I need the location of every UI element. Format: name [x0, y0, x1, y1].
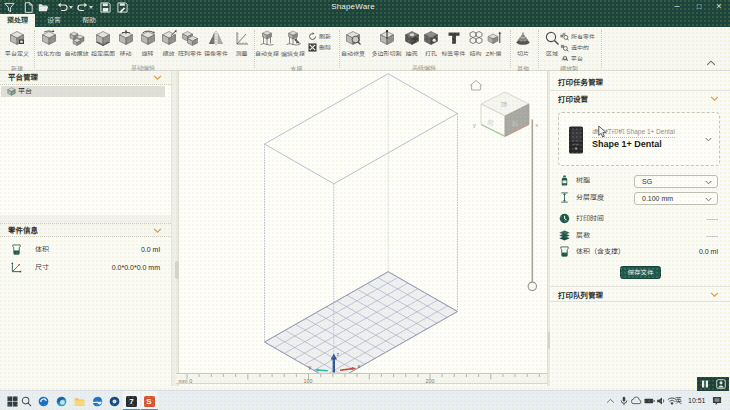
tb-app4-icon[interactable] — [92, 396, 103, 407]
move-icon — [118, 30, 134, 46]
print-settings-title: 打印设置 — [558, 93, 588, 104]
resin-value: SG — [642, 176, 652, 188]
tab-settings[interactable]: 设置 — [40, 14, 68, 27]
ruler-unit-label: mm — [179, 377, 188, 384]
ime-language-indicator[interactable]: 英 — [675, 391, 682, 410]
ribbon-small-button[interactable]: 刷新 — [308, 31, 331, 41]
save-icon[interactable] — [100, 2, 111, 13]
printer-selector[interactable]: 虚拟打印机 Shape 1+ Dental Shape 1+ Dental — [558, 112, 720, 166]
open-folder-icon[interactable] — [38, 2, 49, 13]
redo-dropdown-caret[interactable] — [89, 6, 93, 9]
ribbon-button[interactable]: 镜像零件 — [201, 30, 231, 62]
layer-count-icon — [559, 230, 570, 241]
rotate-icon — [140, 30, 156, 46]
resin-bottle-icon — [559, 175, 570, 186]
hollow-icon — [404, 30, 420, 46]
ribbon-group-separator — [510, 30, 511, 68]
z-compensation-icon — [486, 30, 502, 46]
view-cube[interactable]: 顶 前 右 y x — [473, 92, 539, 137]
left-divider-handle[interactable] — [175, 261, 179, 279]
polygon-cut-icon — [379, 30, 395, 46]
undo-icon[interactable] — [57, 2, 68, 13]
user-button[interactable] — [716, 379, 726, 389]
resin-dropdown[interactable]: SG — [634, 175, 718, 188]
chevron-down-icon[interactable] — [153, 75, 162, 81]
undo-dropdown-caret[interactable] — [69, 6, 73, 9]
viewport-3d[interactable]: z y x 顶 前 右 y x — [179, 71, 547, 373]
funnel-icon[interactable] — [4, 2, 15, 13]
ribbon-button[interactable]: 优化方向 — [34, 30, 64, 62]
save-file-button[interactable]: 保存文件 — [620, 266, 661, 279]
left-divider[interactable] — [176, 71, 179, 386]
battery-icon[interactable] — [644, 397, 655, 405]
print-queue-title: 打印队列管理 — [558, 289, 603, 300]
speaker-icon[interactable] — [656, 396, 666, 406]
layer-thickness-dropdown[interactable]: 0.100 mm — [634, 192, 718, 205]
ribbon-button[interactable]: 编辑支撑 — [278, 30, 308, 62]
part-info-header[interactable]: 零件信息 — [0, 224, 171, 238]
redo-icon[interactable] — [77, 2, 88, 13]
platform-management-header[interactable]: 平台管理 — [0, 71, 171, 85]
panel-splitter[interactable] — [0, 215, 171, 224]
ribbon-button-label: 自动修复 — [338, 51, 368, 58]
print-settings-header[interactable]: 打印设置 — [550, 91, 730, 106]
tab-preprocess[interactable]: 预处理 — [0, 14, 35, 27]
tb-app5-icon[interactable] — [109, 396, 120, 407]
ribbon-small-button-label: 选中的 — [571, 43, 589, 52]
ruler-tick-label: 0 — [189, 377, 192, 384]
chevron-down-icon[interactable] — [710, 96, 719, 102]
close-button[interactable]: × — [708, 0, 730, 14]
separator-line — [550, 301, 730, 302]
refresh-icon — [308, 32, 317, 41]
taskbar-clock[interactable]: 10:51 — [688, 391, 706, 410]
app-7-icon[interactable]: 7 — [126, 396, 137, 407]
cloud-icon[interactable] — [631, 396, 642, 405]
delete-icon — [308, 43, 317, 52]
save-as-icon[interactable] — [117, 2, 128, 13]
microphone-icon[interactable] — [619, 396, 629, 406]
ribbon-small-button[interactable]: 所有零件 — [560, 31, 595, 41]
taskbar-search-icon[interactable] — [21, 396, 32, 407]
tb-app2-icon[interactable] — [56, 396, 67, 407]
tray-expand-icon[interactable] — [606, 398, 615, 404]
ribbon-button[interactable]: 自动摆放 — [62, 30, 92, 62]
notification-center-icon[interactable] — [712, 396, 723, 407]
svg-text:顶: 顶 — [501, 101, 508, 108]
chevron-down-icon[interactable] — [710, 292, 719, 298]
ribbon-button[interactable]: 切片 — [511, 30, 535, 62]
platform-management-title: 平台管理 — [8, 71, 38, 85]
tb-app3-icon[interactable] — [74, 396, 85, 407]
cube-tiny-icon — [7, 87, 16, 96]
minimize-button[interactable]: – — [666, 0, 688, 14]
volume-with-support-value: 0.0 ml — [699, 245, 718, 259]
volume-beaker-icon — [559, 246, 570, 257]
maximize-button[interactable]: □ — [688, 0, 710, 14]
home-view-icon[interactable] — [470, 81, 482, 91]
mouse-cursor — [598, 125, 607, 139]
start-button[interactable] — [7, 396, 18, 407]
ribbon-small-button[interactable]: 删除 — [308, 42, 331, 52]
ribbon-small-button-label: 所有零件 — [571, 32, 595, 41]
optimize-orientation-icon — [41, 30, 57, 46]
auto-repair-icon — [345, 30, 361, 46]
newfile-icon[interactable] — [23, 2, 34, 13]
platform-list-item[interactable]: 平台 — [1, 86, 165, 98]
ribbon-small-button[interactable]: 选中的 — [560, 42, 589, 52]
shapeware-app-icon[interactable]: S — [144, 396, 155, 407]
ribbon-button[interactable]: 移动 — [114, 30, 138, 62]
tab-help[interactable]: 帮助 — [75, 14, 103, 27]
ribbon-button-label: Z补偿 — [481, 51, 507, 58]
print-queue-header[interactable]: 打印队列管理 — [550, 287, 730, 302]
ribbon-button[interactable]: 平台定义 — [0, 30, 34, 62]
ribbon-small-button[interactable]: 平台 — [560, 53, 583, 63]
pause-button[interactable] — [700, 379, 710, 389]
ribbon-button[interactable]: 测量 — [230, 30, 254, 62]
ribbon-collapse-icon[interactable] — [706, 60, 720, 68]
clipping-slider[interactable] — [528, 120, 536, 291]
zoom-selected-icon — [560, 43, 569, 52]
menu-tab-bar: 预处理设置帮助 — [0, 14, 730, 27]
ribbon-button[interactable]: Z补偿 — [481, 30, 507, 62]
ribbon-button[interactable]: 自动修复 — [338, 30, 368, 62]
chevron-down-icon[interactable] — [153, 228, 162, 234]
tb-app1-icon[interactable] — [38, 396, 49, 407]
